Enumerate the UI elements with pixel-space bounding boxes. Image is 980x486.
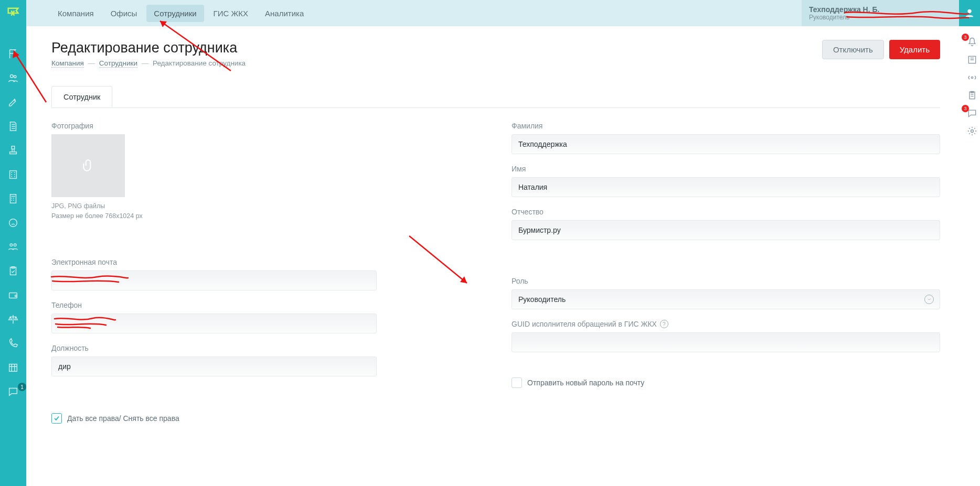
building-icon[interactable] <box>6 168 20 181</box>
clipboard-check-icon[interactable] <box>6 264 20 278</box>
chat-icon[interactable]: 1 <box>6 385 20 398</box>
svg-point-2 <box>14 75 16 78</box>
flag-icon[interactable] <box>6 47 20 61</box>
left-sidebar: 1 <box>0 26 26 486</box>
board-icon[interactable] <box>967 55 978 66</box>
calendar-grid-icon[interactable] <box>6 361 20 374</box>
user-name: Техподдержка Н. Б. <box>809 5 952 14</box>
scales-icon[interactable] <box>6 312 20 326</box>
wallet-icon[interactable] <box>6 288 20 302</box>
user-avatar-icon[interactable] <box>959 0 980 26</box>
photo-upload[interactable] <box>51 134 125 197</box>
crumb-company[interactable]: Компания <box>51 59 84 68</box>
page-title: Редактирование сотрудника <box>51 40 246 56</box>
position-label: Должность <box>51 344 480 352</box>
send-password-checkbox[interactable] <box>512 377 522 388</box>
email-label: Электронная почта <box>51 258 480 266</box>
svg-point-5 <box>9 219 17 227</box>
patronymic-field[interactable] <box>512 220 940 240</box>
svg-point-12 <box>971 77 973 78</box>
gear-icon[interactable] <box>967 126 978 137</box>
help-icon[interactable]: ? <box>660 320 668 328</box>
svg-rect-10 <box>9 364 17 372</box>
nav-analytics[interactable]: Аналитика <box>258 5 311 22</box>
message-icon[interactable]: 3 <box>967 108 978 120</box>
position-field[interactable] <box>51 357 377 376</box>
svg-point-14 <box>971 130 974 133</box>
group-icon[interactable] <box>6 240 20 254</box>
clipboard-icon[interactable] <box>967 90 978 102</box>
document-icon[interactable] <box>6 120 20 133</box>
all-rights-checkbox[interactable] <box>51 413 62 424</box>
guid-label: GUID исполнителя обращений в ГИС ЖКХ ? <box>512 320 940 328</box>
crumb-employees[interactable]: Сотрудники <box>99 59 137 68</box>
svg-point-1 <box>10 75 14 78</box>
broadcast-icon[interactable] <box>967 72 978 84</box>
role-select[interactable] <box>512 289 940 309</box>
photo-label: Фотография <box>51 122 480 130</box>
app-logo[interactable] <box>0 0 26 26</box>
top-nav: Компания Офисы Сотрудники ГИС ЖКХ Аналит… <box>50 5 311 22</box>
top-bar: Компания Офисы Сотрудники ГИС ЖКХ Аналит… <box>0 0 980 26</box>
stamp-icon[interactable] <box>6 144 20 157</box>
send-password-label: Отправить новый пароль на почту <box>527 379 644 387</box>
photo-hint-2: Размер не более 768х1024 px <box>51 211 480 221</box>
lastname-label: Фамилия <box>512 122 940 130</box>
guid-field[interactable] <box>512 332 940 352</box>
svg-rect-4 <box>10 195 16 203</box>
photo-hint-1: JPG, PNG файлы <box>51 201 480 211</box>
bell-icon[interactable]: 3 <box>967 37 978 48</box>
user-box[interactable]: Техподдержка Н. Б. Руководитель <box>802 0 959 26</box>
patronymic-label: Отчество <box>512 208 940 216</box>
content-area: Редактирование сотрудника Компания — Сот… <box>26 26 965 486</box>
email-field[interactable] <box>51 271 377 290</box>
tab-employee[interactable]: Сотрудник <box>51 86 112 107</box>
crumb-current: Редактирование сотрудника <box>153 59 246 67</box>
nav-giszhkh[interactable]: ГИС ЖКХ <box>206 5 256 22</box>
phone-label: Телефон <box>51 301 480 309</box>
compose-icon[interactable] <box>6 95 20 109</box>
lastname-field[interactable] <box>512 134 940 154</box>
nav-employees[interactable]: Сотрудники <box>146 5 204 22</box>
delete-button[interactable]: Удалить <box>889 40 940 59</box>
users-icon[interactable] <box>6 71 20 85</box>
nav-offices[interactable]: Офисы <box>103 5 145 22</box>
phone-field[interactable] <box>51 314 377 333</box>
paperclip-icon <box>81 159 95 172</box>
tab-bar: Сотрудник <box>51 86 940 108</box>
svg-rect-3 <box>10 171 17 179</box>
svg-point-0 <box>967 9 971 13</box>
all-rights-label: Дать все права/ Снять все права <box>67 414 179 423</box>
chevron-down-icon <box>924 295 934 304</box>
phone-icon[interactable] <box>6 337 20 350</box>
firstname-field[interactable] <box>512 177 940 197</box>
role-label: Роль <box>512 277 940 285</box>
right-strip: 3 3 <box>965 37 980 137</box>
firstname-label: Имя <box>512 165 940 173</box>
svg-point-7 <box>14 244 16 246</box>
disable-button[interactable]: Отключить <box>822 40 884 59</box>
nav-company[interactable]: Компания <box>50 5 101 22</box>
breadcrumb: Компания — Сотрудники — Редактирование с… <box>51 59 246 67</box>
user-role: Руководитель <box>809 14 952 21</box>
chat-badge: 1 <box>18 383 26 391</box>
calculator-icon[interactable] <box>6 192 20 206</box>
svg-point-6 <box>10 244 13 246</box>
face-sad-icon[interactable] <box>6 216 20 230</box>
